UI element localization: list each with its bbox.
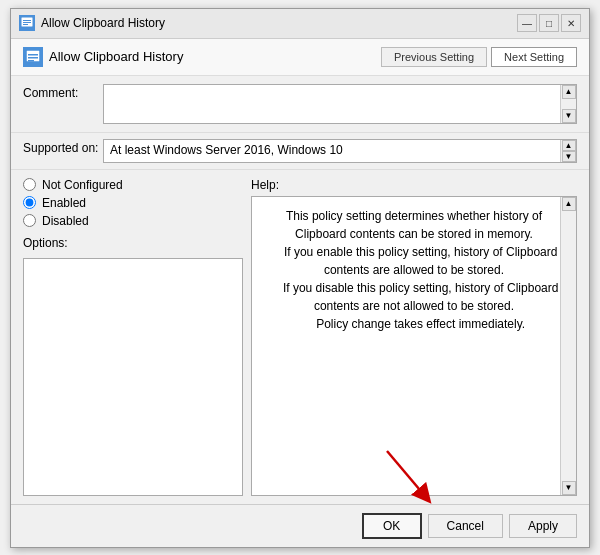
svg-rect-6 <box>28 57 38 59</box>
previous-setting-button[interactable]: Previous Setting <box>381 47 487 67</box>
options-box <box>23 258 243 496</box>
help-scroll-up[interactable]: ▲ <box>562 197 576 211</box>
ok-button[interactable]: OK <box>362 513 422 539</box>
scrollbar-up-arrow[interactable]: ▲ <box>562 85 576 99</box>
help-label: Help: <box>251 178 577 192</box>
scrollbar-down-arrow[interactable]: ▼ <box>562 109 576 123</box>
dialog-title: Allow Clipboard History <box>49 49 183 64</box>
help-box: This policy setting determines whether h… <box>251 196 577 496</box>
main-window: Allow Clipboard History — □ ✕ Allow Clip… <box>10 8 590 548</box>
comment-label: Comment: <box>23 84 103 100</box>
help-scroll-down[interactable]: ▼ <box>562 481 576 495</box>
radio-enabled[interactable]: Enabled <box>23 196 243 210</box>
title-controls: — □ ✕ <box>517 14 581 32</box>
radio-enabled-input[interactable] <box>23 196 36 209</box>
dialog-header: Allow Clipboard History Previous Setting… <box>11 39 589 76</box>
right-panel: Help: This policy setting determines whe… <box>243 178 577 496</box>
main-section: Not Configured Enabled Disabled Options: <box>11 170 589 504</box>
comment-section: Comment: ▲ ▼ <box>11 76 589 133</box>
supported-value: At least Windows Server 2016, Windows 10 <box>110 143 343 157</box>
window-icon <box>19 15 35 31</box>
dialog-header-title: Allow Clipboard History <box>23 47 183 67</box>
svg-rect-5 <box>28 54 38 56</box>
dialog-icon <box>23 47 43 67</box>
radio-enabled-label: Enabled <box>42 196 86 210</box>
radio-group: Not Configured Enabled Disabled <box>23 178 243 228</box>
radio-disabled[interactable]: Disabled <box>23 214 243 228</box>
svg-rect-2 <box>23 22 31 23</box>
next-setting-button[interactable]: Next Setting <box>491 47 577 67</box>
title-bar-left: Allow Clipboard History <box>19 15 165 31</box>
close-button[interactable]: ✕ <box>561 14 581 32</box>
comment-box[interactable]: ▲ ▼ <box>103 84 577 124</box>
minimize-button[interactable]: — <box>517 14 537 32</box>
supported-scroll-up[interactable]: ▲ <box>562 140 576 151</box>
supported-scrollbar[interactable]: ▲ ▼ <box>560 140 576 162</box>
radio-disabled-input[interactable] <box>23 214 36 227</box>
comment-scrollbar[interactable]: ▲ ▼ <box>560 85 576 123</box>
svg-rect-1 <box>23 20 31 21</box>
help-scrollbar[interactable]: ▲ ▼ <box>560 197 576 495</box>
svg-rect-7 <box>28 60 34 62</box>
radio-not-configured-input[interactable] <box>23 178 36 191</box>
title-bar: Allow Clipboard History — □ ✕ <box>11 9 589 39</box>
supported-box: At least Windows Server 2016, Windows 10… <box>103 139 577 163</box>
radio-disabled-label: Disabled <box>42 214 89 228</box>
header-nav: Previous Setting Next Setting <box>381 47 577 67</box>
left-panel: Not Configured Enabled Disabled Options: <box>23 178 243 496</box>
svg-rect-3 <box>23 24 28 25</box>
supported-label: Supported on: <box>23 139 103 155</box>
apply-button[interactable]: Apply <box>509 514 577 538</box>
cancel-button[interactable]: Cancel <box>428 514 503 538</box>
options-label: Options: <box>23 236 243 250</box>
radio-not-configured[interactable]: Not Configured <box>23 178 243 192</box>
footer: OK Cancel Apply <box>11 504 589 547</box>
maximize-button[interactable]: □ <box>539 14 559 32</box>
supported-section: Supported on: At least Windows Server 20… <box>11 133 589 170</box>
content-area: Comment: ▲ ▼ Supported on: At least Wind… <box>11 76 589 504</box>
radio-not-configured-label: Not Configured <box>42 178 123 192</box>
supported-scroll-down[interactable]: ▼ <box>562 151 576 162</box>
help-text: This policy setting determines whether h… <box>262 207 566 333</box>
window-title: Allow Clipboard History <box>41 16 165 30</box>
